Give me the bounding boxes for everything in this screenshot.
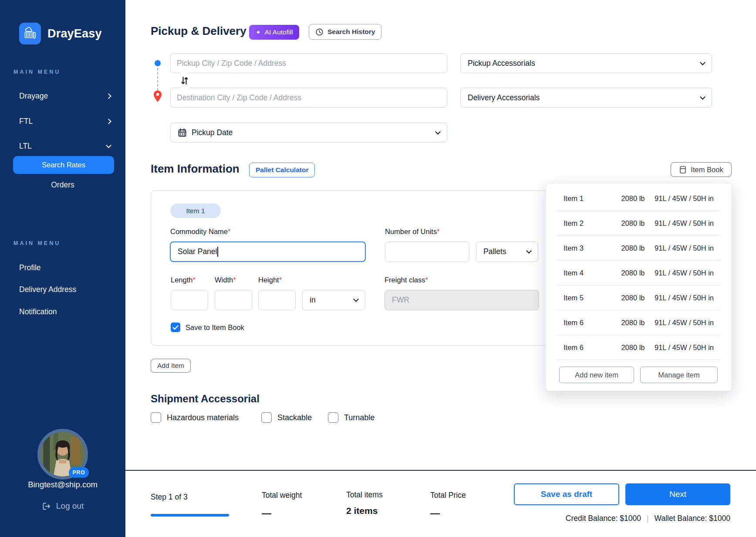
sidebar-item-delivery-address[interactable]: Delivery Address [0, 282, 125, 297]
add-item-button[interactable]: Add Item [151, 359, 191, 373]
width-field[interactable] [215, 290, 252, 310]
route-connector-line [157, 68, 158, 91]
sidebar-item-notification[interactable]: Notification [0, 304, 125, 319]
number-of-units-field[interactable] [385, 241, 469, 262]
pickup-accessorials-select[interactable]: Pickup Accessorials [460, 53, 712, 73]
destination-pin-icon [152, 90, 163, 103]
stackable-option[interactable]: Stackable [261, 412, 312, 423]
step-indicator: Step 1 of 3 [151, 493, 188, 502]
sidebar-item-label: Orders [51, 180, 74, 189]
search-history-label: Search History [327, 28, 375, 36]
number-of-units-label: Number of Units* [385, 228, 440, 236]
swap-arrows-icon [180, 75, 189, 86]
required-mark: * [192, 276, 195, 284]
item-information-title: Item Information [151, 162, 240, 176]
destination-address-field[interactable] [170, 88, 447, 108]
logout-button[interactable]: Log out [0, 501, 125, 511]
sidebar-item-orders[interactable]: Orders [0, 180, 125, 190]
save-to-item-book-option[interactable]: Save to Item Book [171, 323, 244, 332]
item-book-row[interactable]: Item 1 2080 lb 91L / 45W / 50H in [557, 186, 721, 211]
item-weight: 2080 lb [611, 194, 655, 203]
manage-item-label: Manage item [658, 371, 699, 379]
item-name: Item 2 [564, 219, 611, 228]
item-name: Item 6 [564, 343, 611, 352]
item-book-button[interactable]: Item Book [671, 162, 732, 177]
swap-addresses-button[interactable] [177, 72, 192, 89]
item-name: Item 6 [564, 319, 611, 327]
turnable-checkbox[interactable] [328, 412, 338, 423]
ai-autofill-button[interactable]: ✦ AI Autofill [249, 25, 299, 40]
height-field[interactable] [258, 290, 296, 310]
pickup-address-field[interactable] [170, 53, 447, 73]
chevron-down-icon [526, 248, 532, 254]
item-tab[interactable]: Item 1 [170, 204, 221, 218]
brand-logo[interactable]: DrayEasy [19, 23, 102, 44]
commodity-name-input[interactable]: Solar Panel [170, 241, 366, 262]
stackable-checkbox[interactable] [261, 412, 272, 423]
dimension-unit-select[interactable]: in [302, 290, 365, 310]
item-book-panel: Item 1 2080 lb 91L / 45W / 50H in Item 2… [546, 183, 732, 391]
destination-address-input[interactable] [170, 88, 447, 108]
item-card: Item 1 Commodity Name* Solar Panel Numbe… [151, 190, 604, 346]
delivery-accessorials-select[interactable]: Delivery Accessorials [460, 88, 712, 108]
number-of-units-input[interactable] [385, 241, 469, 262]
sidebar-item-profile[interactable]: Profile [0, 260, 125, 275]
item-dimensions: 91L / 45W / 50H in [655, 343, 714, 352]
item-book-row[interactable]: Item 4 2080 lb 91L / 45W / 50H in [557, 261, 721, 285]
item-weight: 2080 lb [611, 244, 655, 252]
hazardous-materials-option[interactable]: Hazardous materials [151, 412, 239, 423]
total-weight-value: — [262, 508, 271, 519]
chevron-down-icon [700, 60, 705, 65]
pallet-calculator-button[interactable]: Pallet Calculator [249, 163, 315, 177]
manage-item-button[interactable]: Manage item [640, 367, 718, 383]
delivery-accessorials-label: Delivery Accessorials [468, 93, 540, 102]
item-dimensions: 91L / 45W / 50H in [655, 269, 714, 277]
pickup-date-select[interactable]: Pickup Date [170, 122, 447, 143]
balance-row: Credit Balance: $1000 | Wallet Balance: … [514, 514, 730, 523]
freight-class-label: Freight class* [385, 276, 428, 284]
ai-autofill-label: AI Autofill [265, 28, 293, 36]
origin-dot-icon [155, 60, 161, 66]
shipment-accessorial-title: Shipment Accessorial [151, 393, 260, 405]
total-items-label: Total items [346, 490, 383, 500]
save-to-item-book-checkbox[interactable] [171, 323, 180, 332]
balance-divider: | [647, 514, 649, 523]
item-book-row[interactable]: Item 2 2080 lb 91L / 45W / 50H in [557, 211, 721, 236]
required-mark: * [228, 228, 230, 235]
item-name: Item 4 [564, 269, 611, 277]
total-weight-label: Total weight [262, 491, 302, 500]
sidebar-item-ftl[interactable]: FTL [0, 114, 125, 129]
total-price-label: Total Price [430, 491, 466, 500]
height-input[interactable] [258, 290, 296, 310]
height-label: Height* [258, 276, 282, 284]
item-name: Item 3 [564, 244, 611, 252]
add-new-item-button[interactable]: Add new item [559, 367, 634, 383]
item-book-label: Item Book [691, 166, 723, 174]
save-as-draft-button[interactable]: Save as draft [514, 483, 619, 505]
sidebar-item-label: FTL [19, 117, 33, 126]
chevron-right-icon [106, 93, 111, 99]
sidebar-item-label: LTL [19, 142, 32, 151]
sidebar-item-search-rates[interactable]: Search Rates [13, 156, 114, 174]
turnable-option[interactable]: Turnable [328, 412, 375, 423]
length-field[interactable] [171, 290, 208, 310]
next-button[interactable]: Next [625, 483, 730, 505]
save-to-item-book-label: Save to Item Book [186, 323, 244, 332]
item-book-row[interactable]: Item 6 2080 lb 91L / 45W / 50H in [557, 335, 721, 360]
next-label: Next [669, 489, 686, 499]
item-weight: 2080 lb [611, 319, 655, 327]
item-book-row[interactable]: Item 5 2080 lb 91L / 45W / 50H in [557, 285, 721, 310]
sidebar-item-drayage[interactable]: Drayage [0, 88, 125, 103]
chevron-down-icon [353, 296, 359, 302]
units-type-select[interactable]: Pallets [476, 241, 538, 262]
search-history-button[interactable]: Search History [309, 24, 381, 40]
required-mark: * [279, 276, 282, 284]
length-input[interactable] [171, 290, 208, 310]
item-book-row[interactable]: Item 3 2080 lb 91L / 45W / 50H in [557, 236, 721, 261]
pickup-address-input[interactable] [170, 53, 447, 73]
width-input[interactable] [215, 290, 252, 310]
item-book-row[interactable]: Item 6 2080 lb 91L / 45W / 50H in [557, 310, 721, 335]
sidebar-item-ltl[interactable]: LTL [0, 139, 125, 153]
item-dimensions: 91L / 45W / 50H in [655, 219, 714, 228]
hazardous-materials-checkbox[interactable] [151, 412, 161, 423]
